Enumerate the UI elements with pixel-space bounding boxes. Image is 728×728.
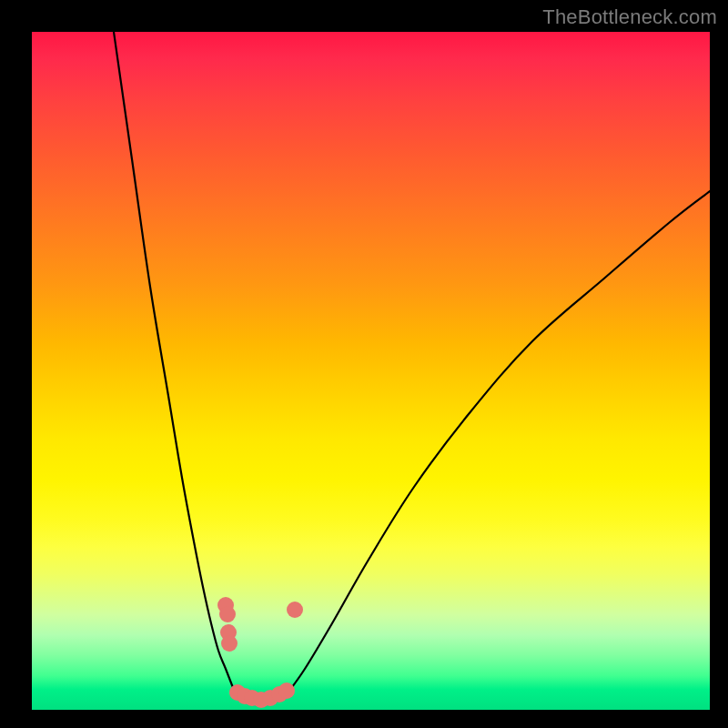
plot-area [32, 32, 710, 710]
left-marker-2 [219, 606, 236, 622]
right-marker-1 [287, 602, 303, 618]
outer-frame: TheBottleneck.com [0, 0, 728, 728]
curve-left-branch [114, 32, 236, 694]
flat-marker-7 [278, 682, 295, 699]
curve-right-branch [287, 191, 710, 694]
chart-svg [32, 32, 710, 710]
left-marker-4 [221, 635, 238, 652]
curve-group [114, 32, 710, 700]
markers-group [217, 597, 303, 708]
watermark-text: TheBottleneck.com [542, 5, 717, 29]
